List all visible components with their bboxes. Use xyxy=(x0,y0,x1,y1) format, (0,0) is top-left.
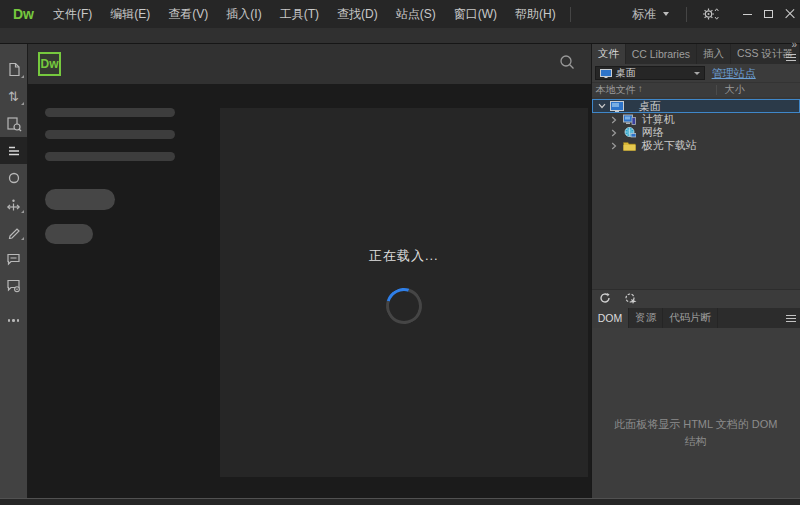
tab-insert[interactable]: 插入 xyxy=(697,44,731,64)
menu-edit[interactable]: 编辑(E) xyxy=(101,0,159,28)
menu-help[interactable]: 帮助(H) xyxy=(506,0,565,28)
site-dropdown[interactable]: 桌面 xyxy=(595,66,705,80)
file-tree: 桌面 计算机 xyxy=(592,97,800,289)
loading-text: 正在载入... xyxy=(369,247,439,265)
menu-file[interactable]: 文件(F) xyxy=(44,0,101,28)
customize-toolbar-button[interactable] xyxy=(0,307,27,334)
chevron-expanded-icon[interactable] xyxy=(598,103,607,109)
code-settings-icon xyxy=(6,278,21,293)
desktop-icon xyxy=(610,101,625,112)
tab-assets[interactable]: 资源 xyxy=(629,308,663,328)
loading-indicator: 正在载入... xyxy=(369,247,439,324)
tree-row-folder[interactable]: 极光下载站 xyxy=(592,139,800,152)
dom-panel-group: DOM 资源 代码片断 此面板将显示 HTML 文档的 DOM 结构 xyxy=(592,308,800,498)
collapse-panels-icon[interactable]: » xyxy=(791,40,797,50)
minimize-icon xyxy=(743,14,752,15)
workspace-switcher-label: 标准 xyxy=(632,6,656,23)
ellipsis-icon xyxy=(8,319,20,322)
dom-panel-content: 此面板将显示 HTML 文档的 DOM 结构 xyxy=(592,328,800,498)
extract-button[interactable] xyxy=(0,191,27,218)
minimize-button[interactable] xyxy=(737,3,758,25)
column-divider[interactable] xyxy=(716,85,717,95)
comment-bubble-icon xyxy=(6,252,21,266)
chevron-collapsed-icon[interactable] xyxy=(610,142,619,150)
extract-icon xyxy=(6,198,21,212)
tab-cc-libraries[interactable]: CC Libraries xyxy=(626,44,697,64)
menu-site[interactable]: 站点(S) xyxy=(387,0,445,28)
skeleton-bar xyxy=(45,152,175,161)
file-list-column-headers: 本地文件 ↑ 大小 xyxy=(592,82,800,97)
chevron-collapsed-icon[interactable] xyxy=(610,116,619,124)
welcome-header: Dw xyxy=(28,44,591,84)
open-documents-button[interactable] xyxy=(0,56,27,83)
right-panel-dock: 文件 CC Libraries 插入 CSS 设计器 » 桌面 管理站点 xyxy=(591,44,800,498)
status-bar xyxy=(0,498,800,505)
menu-insert[interactable]: 插入(I) xyxy=(217,0,270,28)
comments-button[interactable] xyxy=(0,245,27,272)
live-preview-button[interactable] xyxy=(0,110,27,137)
sort-asc-icon: ↑ xyxy=(638,83,643,97)
dom-panel-tabbar: DOM 资源 代码片断 xyxy=(592,308,800,328)
menu-tools[interactable]: 工具(T) xyxy=(271,0,328,28)
welcome-screen: 正在载入... xyxy=(28,84,591,498)
code-settings-button[interactable] xyxy=(0,272,27,299)
workspace-switcher-dropdown[interactable]: 标准 xyxy=(620,6,681,23)
menu-find[interactable]: 查找(D) xyxy=(328,0,387,28)
tree-row-desktop[interactable]: 桌面 xyxy=(592,99,800,113)
panel-menu-icon[interactable] xyxy=(786,54,796,63)
files-panel-toolbar xyxy=(592,289,800,308)
skeleton-bar xyxy=(45,130,175,139)
desktop-icon xyxy=(600,69,612,78)
document-toolbar-strip xyxy=(0,28,800,44)
format-source-button[interactable] xyxy=(0,137,27,164)
close-button[interactable] xyxy=(779,3,800,25)
search-icon xyxy=(558,53,576,71)
chevron-down-icon xyxy=(694,72,700,75)
dw-logo-badge: Dw xyxy=(38,52,61,76)
tree-row-computer[interactable]: 计算机 xyxy=(592,113,800,126)
open-documents-icon xyxy=(7,62,21,77)
column-size[interactable]: 大小 xyxy=(725,83,745,97)
fluid-grid-icon xyxy=(7,171,21,185)
skeleton-bar xyxy=(45,108,175,117)
sync-settings-button[interactable] xyxy=(692,7,729,21)
file-management-button[interactable]: ⇅ xyxy=(0,83,27,110)
edit-button[interactable] xyxy=(0,218,27,245)
refresh-icon xyxy=(599,292,611,304)
search-button[interactable] xyxy=(558,53,576,75)
panel-menu-icon[interactable] xyxy=(786,315,796,324)
welcome-content-panel: 正在载入... xyxy=(220,108,588,477)
file-transfer-button[interactable] xyxy=(624,290,638,308)
titlebar-divider xyxy=(686,7,687,22)
column-local-files[interactable]: 本地文件 ↑ xyxy=(592,83,643,97)
site-selector-row: 桌面 管理站点 xyxy=(592,64,800,82)
file-management-icon: ⇅ xyxy=(8,90,19,103)
network-icon xyxy=(622,127,637,138)
tab-files[interactable]: 文件 xyxy=(592,44,626,64)
welcome-nav-placeholder xyxy=(28,84,220,498)
refresh-button[interactable] xyxy=(599,290,611,308)
tab-snippets[interactable]: 代码片断 xyxy=(663,308,718,328)
tree-label: 极光下载站 xyxy=(642,138,697,153)
menu-view[interactable]: 查看(V) xyxy=(159,0,217,28)
skeleton-pill xyxy=(45,224,93,244)
common-toolbar: ⇅ xyxy=(0,44,28,498)
menu-window[interactable]: 窗口(W) xyxy=(445,0,506,28)
computer-icon xyxy=(622,114,637,125)
chevron-down-icon xyxy=(663,12,669,16)
live-preview-icon xyxy=(6,116,22,132)
site-dropdown-value: 桌面 xyxy=(616,66,636,80)
maximize-button[interactable] xyxy=(758,3,779,25)
loading-spinner-icon xyxy=(379,282,428,331)
fluid-grid-button[interactable] xyxy=(0,164,27,191)
dreamweaver-window: Dw 文件(F) 编辑(E) 查看(V) 插入(I) 工具(T) 查找(D) 站… xyxy=(0,0,800,505)
app-logo: Dw xyxy=(0,6,44,22)
manage-sites-link[interactable]: 管理站点 xyxy=(712,66,756,81)
skeleton-pill xyxy=(45,189,115,210)
tab-dom[interactable]: DOM xyxy=(592,308,630,328)
file-transfer-icon xyxy=(624,292,638,304)
files-panel-tabbar: 文件 CC Libraries 插入 CSS 设计器 » xyxy=(592,44,800,64)
document-area: Dw 正在载入... xyxy=(28,44,591,498)
chevron-collapsed-icon[interactable] xyxy=(610,129,619,137)
close-icon xyxy=(785,9,795,19)
